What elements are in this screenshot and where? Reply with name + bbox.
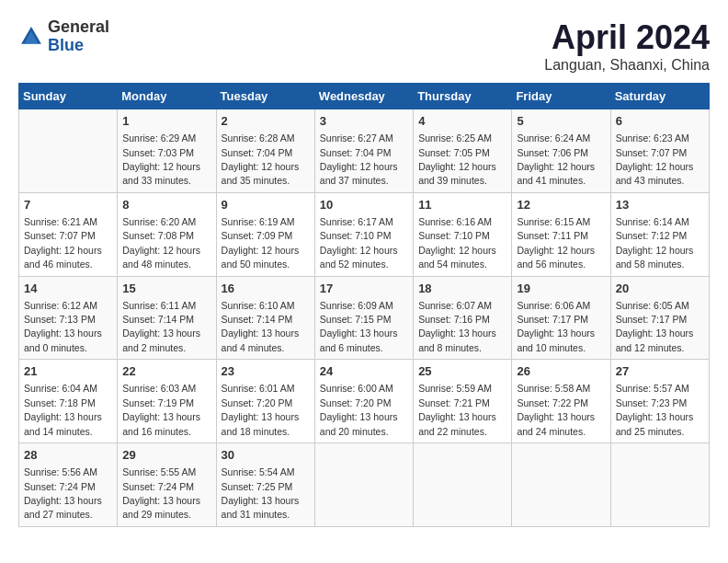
calendar-header-row: SundayMondayTuesdayWednesdayThursdayFrid… [19,84,710,109]
subtitle: Languan, Shaanxi, China [544,57,710,74]
calendar-cell: 21Sunrise: 6:04 AMSunset: 7:18 PMDayligh… [19,360,118,443]
day-number: 3 [320,113,408,130]
calendar-cell: 26Sunrise: 5:58 AMSunset: 7:22 PMDayligh… [512,360,610,443]
day-info: Sunrise: 6:23 AMSunset: 7:07 PMDaylight:… [616,132,694,186]
calendar-week-row: 28Sunrise: 5:56 AMSunset: 7:24 PMDayligh… [19,443,710,527]
day-number: 27 [616,363,704,380]
day-number: 11 [418,197,506,213]
day-info: Sunrise: 6:25 AMSunset: 7:05 PMDaylight:… [418,132,496,186]
day-number: 9 [222,197,310,213]
day-info: Sunrise: 6:03 AMSunset: 7:19 PMDaylight:… [122,383,200,436]
logo-icon [18,24,44,50]
calendar-cell: 3Sunrise: 6:27 AMSunset: 7:04 PMDaylight… [314,109,413,193]
calendar-week-row: 1Sunrise: 6:29 AMSunset: 7:03 PMDaylight… [19,109,710,193]
day-info: Sunrise: 6:24 AMSunset: 7:06 PMDaylight:… [517,132,595,186]
day-info: Sunrise: 5:57 AMSunset: 7:23 PMDaylight:… [616,383,694,436]
calendar-cell: 17Sunrise: 6:09 AMSunset: 7:15 PMDayligh… [314,276,413,360]
day-number: 4 [418,113,506,130]
day-info: Sunrise: 6:01 AMSunset: 7:20 PMDaylight:… [222,383,300,436]
day-number: 17 [320,281,408,297]
day-info: Sunrise: 6:20 AMSunset: 7:08 PMDaylight:… [122,216,200,270]
page-header: General Blue April 2024 Languan, Shaanxi… [18,18,710,74]
calendar-cell: 7Sunrise: 6:21 AMSunset: 7:07 PMDaylight… [19,192,118,276]
calendar-cell: 1Sunrise: 6:29 AMSunset: 7:03 PMDaylight… [118,109,216,193]
day-header-monday: Monday [118,84,216,109]
calendar-cell: 16Sunrise: 6:10 AMSunset: 7:14 PMDayligh… [216,276,314,360]
calendar-cell: 9Sunrise: 6:19 AMSunset: 7:09 PMDaylight… [216,192,314,276]
day-info: Sunrise: 6:04 AMSunset: 7:18 PMDaylight:… [24,383,102,436]
day-number: 15 [122,281,210,297]
logo: General Blue [18,18,109,55]
day-header-sunday: Sunday [19,84,118,109]
day-number: 28 [24,447,112,464]
title-block: April 2024 Languan, Shaanxi, China [544,18,710,74]
day-header-wednesday: Wednesday [314,84,413,109]
calendar-table: SundayMondayTuesdayWednesdayThursdayFrid… [18,83,710,527]
calendar-cell: 20Sunrise: 6:05 AMSunset: 7:17 PMDayligh… [610,276,709,360]
calendar-cell: 2Sunrise: 6:28 AMSunset: 7:04 PMDaylight… [216,109,314,193]
day-info: Sunrise: 6:06 AMSunset: 7:17 PMDaylight:… [517,300,595,353]
day-header-thursday: Thursday [414,84,512,109]
day-info: Sunrise: 6:15 AMSunset: 7:11 PMDaylight:… [517,216,595,270]
day-info: Sunrise: 5:58 AMSunset: 7:22 PMDaylight:… [517,383,595,436]
day-number: 14 [24,281,112,297]
day-info: Sunrise: 6:29 AMSunset: 7:03 PMDaylight:… [122,132,200,186]
day-info: Sunrise: 6:07 AMSunset: 7:16 PMDaylight:… [418,300,496,353]
day-number: 23 [222,363,310,380]
calendar-cell: 12Sunrise: 6:15 AMSunset: 7:11 PMDayligh… [512,192,610,276]
day-info: Sunrise: 6:11 AMSunset: 7:14 PMDaylight:… [122,300,200,353]
calendar-cell: 5Sunrise: 6:24 AMSunset: 7:06 PMDaylight… [512,109,610,193]
main-title: April 2024 [544,18,710,57]
day-number: 2 [222,113,310,130]
day-number: 26 [517,363,605,380]
calendar-cell [314,443,413,527]
day-number: 16 [222,281,310,297]
day-info: Sunrise: 5:54 AMSunset: 7:25 PMDaylight:… [222,466,300,520]
calendar-cell: 15Sunrise: 6:11 AMSunset: 7:14 PMDayligh… [118,276,216,360]
calendar-cell: 29Sunrise: 5:55 AMSunset: 7:24 PMDayligh… [118,443,216,527]
calendar-cell: 28Sunrise: 5:56 AMSunset: 7:24 PMDayligh… [19,443,118,527]
calendar-cell [610,443,709,527]
day-number: 8 [122,197,210,213]
day-info: Sunrise: 6:05 AMSunset: 7:17 PMDaylight:… [616,300,694,353]
day-number: 29 [122,447,210,464]
calendar-cell: 8Sunrise: 6:20 AMSunset: 7:08 PMDaylight… [118,192,216,276]
calendar-cell [414,443,512,527]
day-number: 21 [24,363,112,380]
day-info: Sunrise: 6:12 AMSunset: 7:13 PMDaylight:… [24,300,102,353]
day-number: 22 [122,363,210,380]
day-header-saturday: Saturday [610,84,709,109]
day-info: Sunrise: 6:19 AMSunset: 7:09 PMDaylight:… [222,216,300,270]
day-number: 25 [418,363,506,380]
day-info: Sunrise: 6:17 AMSunset: 7:10 PMDaylight:… [320,216,398,270]
calendar-cell: 13Sunrise: 6:14 AMSunset: 7:12 PMDayligh… [610,192,709,276]
day-info: Sunrise: 6:10 AMSunset: 7:14 PMDaylight:… [222,300,300,353]
day-number: 10 [320,197,408,213]
day-number: 1 [122,113,210,130]
day-info: Sunrise: 5:56 AMSunset: 7:24 PMDaylight:… [24,466,102,520]
calendar-cell: 4Sunrise: 6:25 AMSunset: 7:05 PMDaylight… [414,109,512,193]
day-number: 6 [616,113,704,130]
calendar-cell [19,109,118,193]
day-number: 19 [517,281,605,297]
logo-blue-text: Blue [48,37,109,55]
calendar-cell [512,443,610,527]
calendar-cell: 30Sunrise: 5:54 AMSunset: 7:25 PMDayligh… [216,443,314,527]
day-info: Sunrise: 6:28 AMSunset: 7:04 PMDaylight:… [222,132,300,186]
day-info: Sunrise: 6:00 AMSunset: 7:20 PMDaylight:… [320,383,398,436]
calendar-week-row: 14Sunrise: 6:12 AMSunset: 7:13 PMDayligh… [19,276,710,360]
calendar-week-row: 21Sunrise: 6:04 AMSunset: 7:18 PMDayligh… [19,360,710,443]
day-number: 13 [616,197,704,213]
day-number: 20 [616,281,704,297]
logo-general-text: General [48,18,109,37]
calendar-cell: 11Sunrise: 6:16 AMSunset: 7:10 PMDayligh… [414,192,512,276]
day-info: Sunrise: 6:27 AMSunset: 7:04 PMDaylight:… [320,132,398,186]
day-number: 24 [320,363,408,380]
calendar-week-row: 7Sunrise: 6:21 AMSunset: 7:07 PMDaylight… [19,192,710,276]
day-number: 18 [418,281,506,297]
day-number: 5 [517,113,605,130]
calendar-cell: 19Sunrise: 6:06 AMSunset: 7:17 PMDayligh… [512,276,610,360]
day-header-friday: Friday [512,84,610,109]
calendar-cell: 18Sunrise: 6:07 AMSunset: 7:16 PMDayligh… [414,276,512,360]
day-number: 7 [24,197,112,213]
